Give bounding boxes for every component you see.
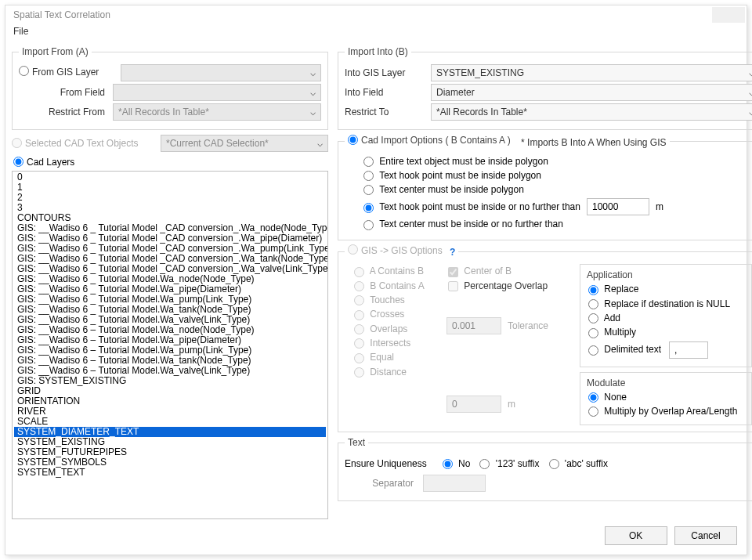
distance-unit: m	[508, 399, 515, 410]
app-add[interactable]: Add	[588, 313, 620, 323]
app-delim[interactable]: Delimited text	[588, 344, 661, 355]
list-item[interactable]: RIVER	[14, 406, 326, 417]
gis-options-radio[interactable]	[348, 244, 358, 255]
cad-options-group: Cad Import Options ( B Contains A ) * Im…	[338, 135, 752, 240]
rel-touches: Touches	[354, 294, 405, 305]
menu-file[interactable]: File	[13, 26, 28, 37]
import-from-group: Import From (A) From GIS Layer ⌵ From Fi…	[12, 46, 328, 130]
cad-opt-hook-dist-value[interactable]: 10000	[587, 198, 649, 215]
import-from-legend: Import From (A)	[19, 46, 92, 57]
rel-a-contains-b: A Contains B	[354, 266, 424, 276]
list-item[interactable]: 2	[14, 193, 326, 203]
chevron-down-icon: ⌵	[749, 107, 752, 117]
cad-layers-radio[interactable]: Cad Layers	[13, 157, 74, 168]
chevron-down-icon: ⌵	[749, 67, 752, 78]
dialog-buttons: OK Cancel	[600, 526, 737, 545]
rel-distance: Distance	[354, 367, 407, 378]
separator-value	[423, 475, 486, 492]
modulate-title: Modulate	[587, 378, 745, 388]
cad-layers-listbox[interactable]: 0123CONTOURSGIS: __Wadiso 6 _ Tutorial M…	[12, 171, 328, 519]
import-into-legend: Import Into (B)	[345, 46, 411, 57]
restrict-from-combo[interactable]: *All Records In Table* ⌵	[113, 103, 321, 121]
cad-opt-entire[interactable]: Entire text object must be inside polygo…	[363, 156, 548, 167]
from-field-label: From Field	[19, 87, 113, 98]
text-legend: Text	[345, 437, 368, 448]
title-bar: Spatial Text Correlation	[5, 5, 747, 24]
application-group: Application Replace Replace if destinati…	[580, 264, 752, 367]
uniq-123[interactable]: '123' suffix	[479, 458, 539, 469]
app-replace-null[interactable]: Replace if destination is NULL	[588, 298, 730, 309]
gis-options-legend: GIS -> GIS Options ?	[345, 245, 458, 258]
list-item[interactable]: 1	[14, 182, 326, 193]
application-title: Application	[587, 269, 745, 280]
uniq-no[interactable]: No	[443, 458, 471, 469]
menu-bar: File	[5, 24, 747, 42]
restrict-from-label: Restrict From	[19, 107, 113, 117]
ok-button[interactable]: OK	[605, 526, 667, 545]
into-gis-layer-combo[interactable]: SYSTEM_EXISTING ⌵	[431, 64, 752, 81]
rel-overlaps: Overlaps	[354, 323, 407, 334]
into-gis-layer-label: Into GIS Layer	[345, 67, 431, 78]
rel-crosses: Crosses	[354, 309, 404, 320]
close-button[interactable]	[712, 7, 745, 23]
chevron-down-icon: ⌵	[749, 87, 752, 98]
help-icon[interactable]: ?	[450, 247, 455, 258]
cad-opt-hook-dist-unit: m	[656, 201, 663, 212]
text-group: Text Ensure Uniqueness No '123' suffix '…	[338, 437, 752, 501]
dialog-window: Spatial Text Correlation File Import Fro…	[5, 5, 747, 555]
app-delim-value[interactable]: ,	[669, 341, 708, 359]
rel-equal: Equal	[354, 352, 394, 363]
gis-options-group: GIS -> GIS Options ? A Contains B B Cont…	[338, 245, 752, 432]
mod-mult[interactable]: Multiply by Overlap Area/Length	[588, 406, 737, 417]
list-item[interactable]: 0	[14, 172, 326, 182]
list-item[interactable]: GIS: SYSTEM_EXISTING	[14, 376, 326, 386]
center-of-b-check: Center of B	[448, 266, 512, 276]
cad-options-legend: Cad Import Options ( B Contains A ) * Im…	[345, 135, 670, 148]
app-multiply[interactable]: Multiply	[588, 327, 636, 338]
distance-value: 0	[446, 396, 501, 413]
mod-none[interactable]: None	[588, 392, 627, 403]
app-replace[interactable]: Replace	[588, 284, 638, 294]
cad-options-note: * Imports B Into A When Using GIS	[521, 137, 666, 148]
list-item[interactable]: ORIENTATION	[14, 396, 326, 406]
restrict-to-combo[interactable]: *All Records In Table* ⌵	[431, 103, 752, 121]
cad-opt-hook-inside[interactable]: Text hook point must be inside polygon	[363, 170, 541, 181]
restrict-to-label: Restrict To	[345, 107, 431, 117]
into-field-label: Into Field	[345, 87, 431, 98]
from-gis-layer-radio[interactable]: From GIS Layer	[19, 67, 99, 78]
import-into-group: Import Into (B) Into GIS Layer SYSTEM_EX…	[338, 46, 752, 130]
rel-intersects: Intersects	[354, 338, 410, 349]
chevron-down-icon: ⌵	[310, 87, 316, 98]
ensure-uniqueness-label: Ensure Uniqueness	[345, 458, 427, 469]
cad-opt-center-dist[interactable]: Text center must be inside or no further…	[363, 219, 563, 229]
selected-cad-combo[interactable]: *Current CAD Selection* ⌵	[161, 135, 328, 152]
chevron-down-icon: ⌵	[317, 138, 323, 149]
list-item[interactable]: SYSTEM_TEXT	[14, 468, 326, 478]
uniq-abc[interactable]: 'abc' suffix	[549, 458, 608, 469]
cad-opt-center-inside[interactable]: Text center must be inside polygon	[363, 184, 524, 195]
chevron-down-icon: ⌵	[310, 67, 316, 78]
cancel-button[interactable]: Cancel	[674, 526, 737, 545]
modulate-group: Modulate None Multiply by Overlap Area/L…	[580, 372, 752, 426]
rel-b-contains-a: B Contains A	[354, 280, 425, 291]
chevron-down-icon: ⌵	[310, 107, 316, 117]
window-title: Spatial Text Correlation	[13, 9, 110, 20]
into-field-combo[interactable]: Diameter ⌵	[431, 84, 752, 101]
cad-options-radio[interactable]	[348, 135, 358, 145]
from-field-combo[interactable]: ⌵	[113, 84, 321, 101]
pct-overlap-check: Percentage Overlap	[448, 280, 548, 291]
tolerance-value: 0.001	[446, 317, 501, 334]
tolerance-label: Tolerance	[508, 320, 548, 331]
cad-opt-hook-dist[interactable]: Text hook point must be inside or no fur…	[363, 201, 580, 212]
selected-cad-radio[interactable]: Selected CAD Text Objects	[12, 138, 161, 149]
from-gis-layer-combo[interactable]: ⌵	[121, 64, 321, 81]
separator-label: Separator	[345, 478, 423, 489]
